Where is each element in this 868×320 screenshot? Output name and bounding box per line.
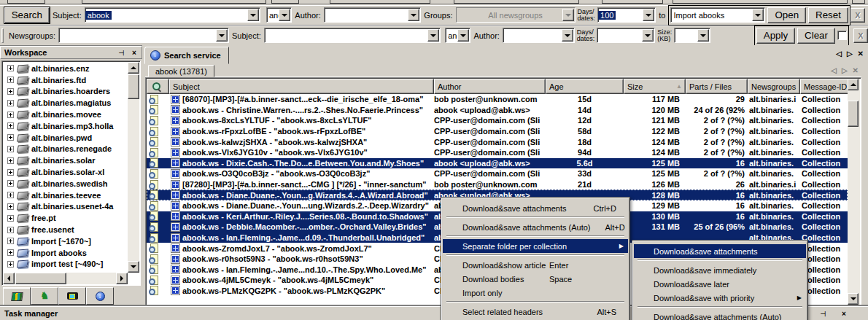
submenu-item[interactable]: Download&save attachments ▶ (634, 244, 806, 258)
tab-abook-results[interactable]: abook (13781) (148, 65, 214, 77)
tree-item[interactable]: alt.binaries.swedish (4, 178, 127, 190)
scroll-left-icon[interactable] (3, 273, 15, 284)
menu-item[interactable]: Import only ▶ (443, 286, 628, 300)
size-filter-combobox[interactable] (674, 28, 710, 43)
tree-item[interactable]: alt.binaries.solar-xl (4, 166, 127, 178)
scroll-thumb[interactable] (848, 101, 859, 127)
expand-collection-icon[interactable] (171, 117, 179, 125)
grid-vertical-scrollbar[interactable] (848, 79, 860, 305)
clear-button[interactable]: Clear (797, 28, 835, 44)
column-header-messageid[interactable]: Message-ID (800, 79, 849, 94)
close-filter-toolbar-button[interactable]: X (853, 28, 868, 43)
scroll-up-icon[interactable] (848, 79, 859, 90)
scroll-thumb[interactable] (128, 74, 139, 99)
dropdown-arrow-icon[interactable] (752, 9, 764, 21)
expand-collection-icon[interactable] (171, 212, 179, 220)
dropdown-arrow-icon[interactable] (247, 9, 259, 21)
expand-plus-icon[interactable] (7, 180, 14, 187)
menu-item[interactable]: Separate folder per collection ▶ (443, 239, 628, 253)
author-filter-combobox[interactable] (503, 28, 575, 43)
expand-plus-icon[interactable] (7, 215, 14, 222)
tree-item[interactable]: alt.binaries.hoarders (4, 86, 127, 98)
expand-collection-icon[interactable] (171, 276, 179, 284)
scroll-thumb[interactable] (15, 273, 66, 284)
column-header-subject[interactable]: Subject (169, 79, 434, 94)
tree-item[interactable]: alt.binaries.usenet-4a (4, 201, 127, 213)
days-filter-combobox[interactable] (597, 28, 655, 43)
expand-plus-icon[interactable] (7, 65, 14, 71)
result-next-icon[interactable]: ▷ (842, 66, 848, 74)
menu-item[interactable]: Download bodies Space ▶ (443, 272, 628, 286)
dropdown-arrow-icon[interactable] (408, 9, 419, 21)
expand-plus-icon[interactable] (7, 227, 14, 233)
filter-checkbox[interactable] (837, 31, 847, 40)
days-combobox[interactable]: 100 (597, 7, 656, 23)
dropdown-arrow-icon[interactable] (642, 29, 654, 42)
result-row[interactable]: [68070]-[MP3]-[#a.b.inner-sanct...eck--d… (147, 94, 848, 105)
expand-collection-icon[interactable] (171, 181, 179, 189)
expand-plus-icon[interactable] (7, 134, 14, 141)
expand-plus-icon[interactable] (7, 192, 14, 198)
result-row[interactable]: abook.ws - Dixie.Cash.-.The.Do...e.Betwe… (147, 158, 848, 169)
close-toolbar-button[interactable]: X (850, 8, 865, 23)
tab-prev-icon[interactable]: ◁ (836, 50, 842, 58)
column-header-newsgroups[interactable]: Newsgroups (748, 79, 800, 94)
result-prev-icon[interactable]: ◁ (831, 66, 837, 74)
column-header-age[interactable]: Age (546, 79, 624, 94)
expand-collection-icon[interactable] (171, 138, 179, 146)
expand-collection-icon[interactable] (171, 223, 179, 231)
and-or-combobox[interactable]: and (266, 7, 292, 23)
expand-collection-icon[interactable] (171, 149, 179, 157)
column-header-author[interactable]: Author (434, 79, 546, 94)
expand-collection-icon[interactable] (171, 170, 179, 178)
tree-item[interactable]: alt.binaries.ftd (4, 74, 127, 86)
expand-collection-icon[interactable] (171, 95, 179, 104)
scroll-right-icon[interactable] (116, 273, 128, 284)
close-icon[interactable]: × (129, 48, 139, 58)
dropdown-arrow-icon[interactable] (643, 9, 654, 21)
open-button[interactable]: Open (767, 7, 806, 23)
expand-collection-icon[interactable] (171, 265, 179, 273)
expand-collection-icon[interactable] (171, 191, 179, 199)
scroll-up-icon[interactable] (128, 62, 139, 74)
tab-search-service[interactable]: Search service (144, 47, 229, 64)
expand-plus-icon[interactable] (7, 122, 14, 129)
expand-plus-icon[interactable] (7, 146, 14, 152)
result-row[interactable]: abook.ws-kalwzjSHXA - "abook.ws-kalwzjSH… (147, 136, 848, 147)
column-header-icon[interactable] (147, 79, 169, 94)
expand-collection-icon[interactable] (171, 159, 179, 167)
result-row[interactable]: abook.ws - Christine.Warren.-....rs.2.-.… (147, 105, 848, 116)
expand-collection-icon[interactable] (171, 202, 179, 210)
result-row[interactable]: abook.ws-Vlx6JYG10v - "abook.ws-Vlx6JYG1… (147, 147, 848, 158)
dropdown-arrow-icon[interactable] (457, 29, 469, 42)
result-row[interactable]: abook.ws-8xcLsYLTUF - "abook.ws-8xcLsYLT… (147, 115, 848, 126)
tree-item[interactable]: alt.binaries.teevee (4, 190, 127, 201)
expand-plus-icon[interactable] (7, 249, 14, 256)
tree-item[interactable]: alt.binaries.movee (4, 109, 127, 120)
tab-close-icon[interactable]: ✕ (858, 50, 864, 58)
expand-plus-icon[interactable] (7, 100, 14, 106)
subject-filter-combobox[interactable] (264, 28, 441, 43)
tree-item[interactable]: alt.binaries.magiatus (4, 97, 127, 109)
tab-next-icon[interactable]: ▷ (847, 50, 853, 58)
expand-collection-icon[interactable] (171, 128, 179, 136)
dropdown-arrow-icon[interactable] (427, 29, 439, 42)
result-row[interactable]: abook.ws-rFpxzLofBE - "abook.ws-rFpxzLof… (147, 126, 848, 137)
and-or-filter-combobox[interactable]: and (445, 28, 470, 43)
expand-plus-icon[interactable] (7, 88, 14, 95)
dropdown-arrow-icon[interactable] (279, 9, 290, 21)
tab-downloads[interactable] (86, 287, 114, 305)
expand-plus-icon[interactable] (7, 261, 14, 268)
menu-item[interactable]: Select related headers Alt+S ▶ (443, 305, 628, 319)
dropdown-arrow-icon[interactable] (216, 29, 228, 42)
tab-batch[interactable] (58, 287, 86, 305)
pin-icon[interactable]: ┬ (119, 48, 129, 58)
submenu-item[interactable]: Download&save with priority ▶ (634, 291, 806, 305)
tab-watchlist[interactable]: ♞ (31, 287, 58, 305)
result-row[interactable]: [87280]-[MP3]-[#a.b.inner-sanct...-CMG ]… (147, 179, 848, 190)
scroll-down-icon[interactable] (848, 293, 859, 305)
tree-item[interactable]: Import abooks (4, 247, 127, 259)
result-close-icon[interactable]: ✕ (853, 66, 859, 74)
dropdown-arrow-icon[interactable] (697, 29, 709, 42)
tree-vertical-scrollbar[interactable] (128, 62, 139, 273)
